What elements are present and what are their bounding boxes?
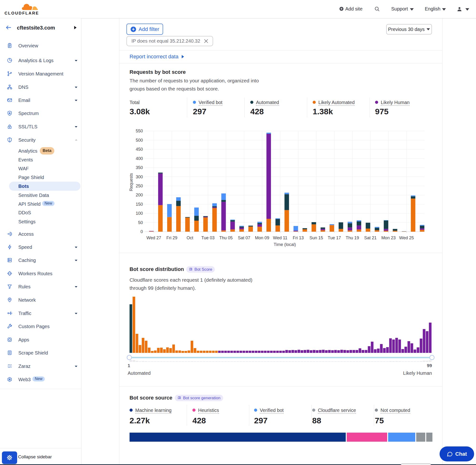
- svg-text:100: 100: [136, 211, 143, 216]
- svg-text:Sun 15: Sun 15: [309, 235, 323, 240]
- svg-text:Wed 25: Wed 25: [399, 235, 414, 240]
- svg-text:0: 0: [140, 229, 143, 234]
- svg-text:150: 150: [136, 202, 143, 207]
- svg-text:Tue 03: Tue 03: [201, 235, 214, 240]
- svg-text:Thu 05: Thu 05: [219, 235, 233, 240]
- svg-text:400: 400: [136, 156, 143, 161]
- svg-text:450: 450: [136, 147, 143, 152]
- svg-text:Fri 29: Fri 29: [167, 235, 177, 240]
- svg-text:Wed 11: Wed 11: [273, 235, 287, 240]
- svg-text:Likely Human: Likely Human: [403, 370, 432, 376]
- svg-text:250: 250: [136, 184, 143, 188]
- svg-text:350: 350: [136, 165, 143, 170]
- svg-text:Requests: Requests: [129, 173, 134, 191]
- svg-text:Time (local): Time (local): [274, 242, 296, 247]
- svg-text:200: 200: [136, 193, 143, 197]
- svg-text:Thu 19: Thu 19: [346, 235, 359, 240]
- svg-text:50: 50: [138, 220, 143, 225]
- svg-text:1: 1: [128, 363, 130, 368]
- svg-text:Tue 17: Tue 17: [328, 235, 341, 240]
- svg-text:Wed 27: Wed 27: [147, 235, 161, 240]
- svg-text:Sat 07: Sat 07: [238, 235, 250, 240]
- svg-text:Fri 13: Fri 13: [293, 235, 304, 240]
- svg-text:Mon 23: Mon 23: [381, 235, 395, 240]
- svg-text:Oct: Oct: [186, 235, 193, 240]
- svg-text:300: 300: [136, 175, 143, 179]
- svg-text:Mon 09: Mon 09: [255, 235, 269, 240]
- svg-text:500: 500: [136, 138, 143, 143]
- svg-text:99: 99: [427, 363, 432, 368]
- svg-text:550: 550: [136, 128, 143, 133]
- svg-text:Automated: Automated: [128, 370, 151, 376]
- svg-text:Sat 21: Sat 21: [364, 235, 377, 240]
